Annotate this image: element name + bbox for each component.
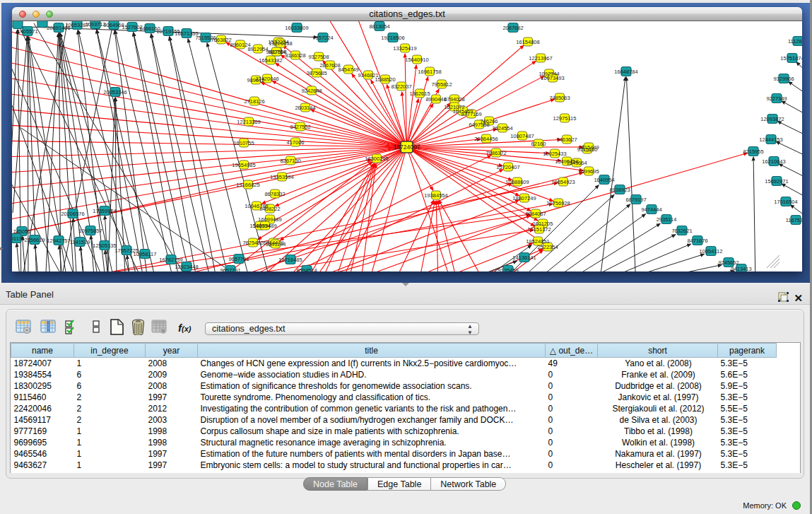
svg-text:9777169: 9777169 [461,111,481,117]
svg-text:391191: 391191 [12,235,25,242]
svg-text:1141519: 1141519 [70,239,90,245]
svg-text:10756928: 10756928 [546,200,570,206]
svg-text:12923448: 12923448 [175,264,198,270]
svg-text:746266: 746266 [480,118,498,124]
svg-text:9245652: 9245652 [718,259,739,266]
svg-text:417006: 417006 [286,139,304,146]
svg-text:7357224: 7357224 [312,35,333,41]
svg-text:13226058: 13226058 [269,40,292,47]
svg-text:20206576: 20206576 [61,211,84,217]
svg-text:3875685: 3875685 [306,70,326,76]
svg-text:1610755: 1610755 [233,140,254,146]
svg-text:15720407: 15720407 [496,164,519,170]
svg-text:20053346: 20053346 [103,89,126,95]
svg-text:12942757: 12942757 [47,238,70,244]
svg-text:16154808: 16154808 [516,39,539,45]
svg-text:2867608: 2867608 [319,62,340,69]
svg-text:7663822: 7663822 [211,37,231,43]
svg-text:9474444: 9474444 [641,206,661,213]
svg-text:10025433: 10025433 [543,151,566,157]
svg-text:16543382: 16543382 [259,57,282,64]
svg-text:8322037: 8322037 [391,83,411,90]
svg-text:17016504: 17016504 [774,199,797,205]
svg-text:15640910: 15640910 [405,57,428,63]
svg-text:9657791: 9657791 [220,267,240,272]
svg-text:15751074: 15751074 [780,55,802,62]
svg-text:16151372: 16151372 [527,226,551,233]
svg-text:16210643: 16210643 [762,158,785,165]
svg-text:62160: 62160 [531,141,546,147]
svg-text:16099489: 16099489 [258,216,281,223]
svg-text:9699695: 9699695 [578,168,599,175]
svg-text:19166825: 19166825 [236,182,259,188]
svg-text:13353594: 13353594 [270,174,293,180]
svg-text:9463627: 9463627 [556,136,577,143]
svg-text:12213967: 12213967 [529,55,552,62]
svg-text:8427552: 8427552 [290,124,310,130]
svg-text:15716485: 15716485 [278,257,302,263]
svg-text:2935114: 2935114 [657,216,677,223]
svg-text:9498222: 9498222 [259,206,280,212]
svg-text:9227349: 9227349 [766,95,787,102]
svg-text:12444153: 12444153 [759,136,782,143]
svg-text:10688609: 10688609 [505,179,529,185]
svg-text:7632621: 7632621 [671,228,692,234]
svg-text:6794028: 6794028 [444,96,464,103]
svg-text:12093872: 12093872 [760,116,784,122]
svg-text:20364456: 20364456 [474,136,498,142]
svg-text:6879197: 6879197 [625,197,646,203]
svg-text:1167534: 1167534 [786,217,802,223]
svg-text:8938923: 8938923 [609,187,630,193]
svg-text:989612: 989612 [247,77,264,83]
svg-text:10807487: 10807487 [510,133,534,139]
svg-text:3624554: 3624554 [492,125,512,132]
svg-text:8186328: 8186328 [285,52,305,59]
svg-text:12975115: 12975115 [553,115,577,122]
svg-text:9242848: 9242848 [301,88,322,94]
svg-text:9084067: 9084067 [525,211,546,217]
svg-text:9413413: 9413413 [731,266,751,272]
svg-text:19384554: 19384554 [424,192,447,199]
svg-text:13325419: 13325419 [393,45,416,52]
svg-text:12213369: 12213369 [237,119,260,125]
svg-text:19218506: 19218506 [381,35,404,41]
svg-text:745051: 745051 [13,228,30,235]
svg-text:10654112: 10654112 [700,248,723,255]
svg-text:2087682: 2087682 [502,25,523,31]
svg-text:8990448: 8990448 [425,96,446,103]
svg-text:14136141: 14136141 [512,255,536,261]
svg-text:2603144: 2603144 [295,105,315,111]
svg-text:7625402: 7625402 [242,240,263,246]
svg-text:9135459: 9135459 [498,267,518,272]
svg-text:15692971: 15692971 [765,178,788,185]
svg-text:7986372: 7986372 [486,150,506,156]
svg-text:8813054: 8813054 [369,23,389,30]
svg-text:1112803: 1112803 [788,38,802,45]
svg-text:8594514: 8594514 [296,267,317,272]
svg-text:8215955: 8215955 [743,148,763,155]
svg-text:7955812: 7955812 [431,81,452,88]
svg-text:17359924: 17359924 [93,208,116,214]
svg-text:9827508: 9827508 [266,49,286,55]
svg-text:18300295: 18300295 [365,156,388,162]
svg-text:2718126: 2718126 [244,98,264,105]
svg-text:19654985: 19654985 [232,162,255,168]
svg-text:9657791: 9657791 [228,256,249,262]
svg-text:1691144: 1691144 [266,241,286,247]
svg-text:1405571: 1405571 [17,28,37,35]
svg-text:7485063: 7485063 [549,95,570,101]
svg-text:18807249: 18807249 [512,195,536,201]
svg-text:8678332: 8678332 [264,191,285,197]
svg-text:1545664: 1545664 [566,160,587,166]
svg-text:8454749: 8454749 [338,66,358,73]
svg-text:8267130: 8267130 [280,158,300,164]
svg-text:9064968: 9064968 [103,22,124,28]
svg-text:8912954: 8912954 [247,46,268,52]
svg-text:1093712: 1093712 [85,21,105,28]
svg-text:10973493: 10973493 [541,75,564,81]
svg-text:10958117: 10958117 [134,251,157,257]
svg-text:18724007: 18724007 [394,144,420,151]
svg-text:9329966: 9329966 [773,76,794,82]
svg-text:16782759: 16782759 [159,257,182,263]
svg-text:10975857: 10975857 [78,228,102,234]
